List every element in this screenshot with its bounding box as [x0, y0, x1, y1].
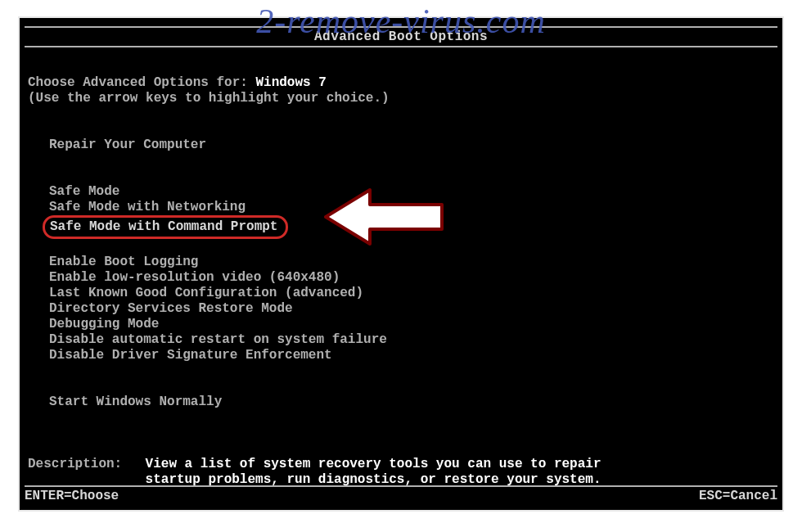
option-disable-driver-sig[interactable]: Disable Driver Signature Enforcement	[25, 348, 777, 363]
option-label: Disable automatic restart on system fail…	[47, 332, 389, 348]
option-label: Last Known Good Configuration (advanced)	[47, 286, 365, 301]
option-start-normally[interactable]: Start Windows Normally	[25, 394, 777, 410]
boot-options-screen: Advanced Boot Options Choose Advanced Op…	[18, 16, 784, 512]
hint-text: (Use the arrow keys to highlight your ch…	[25, 91, 777, 106]
option-safe-mode-networking[interactable]: Safe Mode with Networking	[25, 200, 777, 215]
option-label: Start Windows Normally	[47, 394, 223, 410]
footer-enter: ENTER=Choose	[25, 489, 119, 503]
prompt-prefix: Choose Advanced Options for:	[28, 75, 255, 90]
option-ds-restore[interactable]: Directory Services Restore Mode	[25, 301, 777, 317]
description-text-1: View a list of system recovery tools you…	[146, 457, 602, 472]
option-label: Enable Boot Logging	[47, 255, 200, 270]
option-label: Safe Mode	[47, 184, 121, 200]
description-label: Description:	[28, 457, 137, 472]
footer-esc: ESC=Cancel	[699, 489, 777, 503]
option-boot-logging[interactable]: Enable Boot Logging	[25, 255, 777, 270]
option-debugging[interactable]: Debugging Mode	[25, 317, 777, 332]
option-repair-computer[interactable]: Repair Your Computer	[25, 138, 777, 153]
option-label-highlighted: Safe Mode with Command Prompt	[43, 215, 288, 239]
os-name: Windows 7	[255, 75, 326, 90]
option-last-known-good[interactable]: Last Known Good Configuration (advanced)	[25, 286, 777, 301]
description-row: Description: View a list of system recov…	[25, 457, 777, 472]
option-label: Disable Driver Signature Enforcement	[47, 348, 334, 363]
option-label: Safe Mode with Networking	[47, 200, 247, 215]
screen-title: Advanced Boot Options	[25, 26, 777, 47]
content-area: Choose Advanced Options for: Windows 7 (…	[20, 47, 782, 488]
option-label: Directory Services Restore Mode	[47, 301, 295, 317]
option-disable-auto-restart[interactable]: Disable automatic restart on system fail…	[25, 332, 777, 348]
option-safe-mode[interactable]: Safe Mode	[25, 184, 777, 200]
option-label: Repair Your Computer	[47, 138, 208, 153]
option-low-res-video[interactable]: Enable low-resolution video (640x480)	[25, 270, 777, 286]
choose-prompt: Choose Advanced Options for: Windows 7	[25, 75, 777, 91]
footer-bar: ENTER=Choose ESC=Cancel	[25, 485, 777, 503]
option-label: Debugging Mode	[47, 317, 160, 332]
option-label: Enable low-resolution video (640x480)	[47, 270, 341, 286]
option-safe-mode-cmd[interactable]: Safe Mode with Command Prompt	[25, 215, 777, 239]
